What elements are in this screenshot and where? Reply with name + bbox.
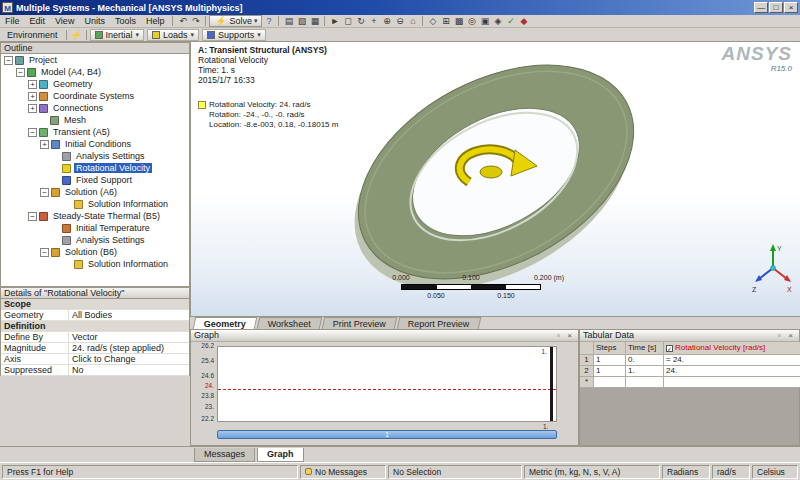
details-value[interactable]: 24. rad/s (step applied) bbox=[69, 343, 189, 353]
row-number[interactable]: * bbox=[580, 377, 594, 388]
pin-icon[interactable]: ▫ bbox=[553, 330, 564, 341]
solve-button[interactable]: ⚡ Solve ▾ bbox=[209, 15, 262, 27]
cell-steps[interactable] bbox=[594, 377, 626, 388]
close-icon[interactable]: × bbox=[564, 330, 575, 341]
time-slider[interactable]: 1 bbox=[217, 430, 557, 439]
cell-time[interactable] bbox=[626, 377, 664, 388]
details-value[interactable]: No bbox=[69, 365, 189, 375]
expand-icon[interactable] bbox=[40, 140, 49, 149]
tree-item-rotational-velocity[interactable]: Rotational Velocity bbox=[1, 162, 189, 174]
expand-icon[interactable] bbox=[28, 80, 37, 89]
rotate-view-icon[interactable]: ↻ bbox=[354, 15, 367, 27]
tree-item-project[interactable]: Project bbox=[1, 54, 189, 66]
collapse-icon[interactable] bbox=[40, 248, 49, 257]
open-icon[interactable]: ▧ bbox=[295, 15, 308, 27]
tree-item-fixed-support[interactable]: Fixed Support bbox=[1, 174, 189, 186]
zoom-out-icon[interactable]: ⊖ bbox=[393, 15, 406, 27]
loads-button[interactable]: Loads ▾ bbox=[147, 29, 199, 41]
lightning-icon[interactable]: ⚡ bbox=[70, 29, 83, 41]
details-value[interactable]: Vector bbox=[69, 332, 189, 342]
details-value[interactable]: Click to Change bbox=[69, 354, 189, 364]
cell-value[interactable] bbox=[664, 377, 800, 388]
tab-messages[interactable]: Messages bbox=[194, 448, 255, 462]
close-icon[interactable]: × bbox=[785, 330, 796, 341]
marker-icon[interactable]: ◆ bbox=[517, 15, 530, 27]
column-rotational-velocity[interactable]: ✓ Rotational Velocity [rad/s] bbox=[664, 342, 800, 355]
close-button[interactable]: × bbox=[784, 2, 798, 13]
pin-icon[interactable]: ▫ bbox=[774, 330, 785, 341]
tree-item-connections[interactable]: Connections bbox=[1, 102, 189, 114]
tree-item-analysis-settings[interactable]: Analysis Settings bbox=[1, 150, 189, 162]
tree-item-solution-b6[interactable]: Solution (B6) bbox=[1, 246, 189, 258]
tree-item-coordinate-systems[interactable]: Coordinate Systems bbox=[1, 90, 189, 102]
details-value[interactable]: All Bodies bbox=[69, 310, 189, 320]
tree-item-mesh[interactable]: Mesh bbox=[1, 114, 189, 126]
wireframe-icon[interactable]: ◇ bbox=[426, 15, 439, 27]
tree-item-transient[interactable]: Transient (A5) bbox=[1, 126, 189, 138]
cell-steps[interactable]: 1 bbox=[594, 366, 626, 377]
tree-item-geometry[interactable]: Geometry bbox=[1, 78, 189, 90]
label-icon[interactable]: ◈ bbox=[491, 15, 504, 27]
redo-icon[interactable]: ↷ bbox=[189, 15, 202, 27]
cell-time[interactable]: 0. bbox=[626, 355, 664, 366]
inertial-button[interactable]: Inertial ▾ bbox=[90, 29, 145, 41]
cell-steps[interactable]: 1 bbox=[594, 355, 626, 366]
tab-graph[interactable]: Graph bbox=[257, 448, 304, 462]
menu-units[interactable]: Units bbox=[79, 15, 110, 28]
mesh-display-icon[interactable]: ▩ bbox=[452, 15, 465, 27]
collapse-icon[interactable] bbox=[16, 68, 25, 77]
menu-view[interactable]: View bbox=[50, 15, 79, 28]
zoom-fit-icon[interactable]: ⌂ bbox=[406, 15, 419, 27]
undo-icon[interactable]: ↶ bbox=[176, 15, 189, 27]
tree-item-steady-state-thermal[interactable]: Steady-State Thermal (B5) bbox=[1, 210, 189, 222]
tree-item-analysis-settings-thermal[interactable]: Analysis Settings bbox=[1, 234, 189, 246]
checkbox-icon[interactable]: ✓ bbox=[666, 345, 673, 352]
tab-report-preview[interactable]: Report Preview bbox=[397, 317, 481, 329]
details-group-scope[interactable]: Scope bbox=[1, 299, 189, 310]
cell-value[interactable]: = 24. bbox=[664, 355, 800, 366]
grid-icon[interactable]: ⊞ bbox=[439, 15, 452, 27]
box-select-icon[interactable]: ◻ bbox=[341, 15, 354, 27]
help-icon[interactable]: ? bbox=[262, 15, 275, 27]
expand-icon[interactable] bbox=[28, 92, 37, 101]
snapshot-icon[interactable]: ▣ bbox=[478, 15, 491, 27]
cell-time[interactable]: 1. bbox=[626, 366, 664, 377]
tree-item-initial-conditions[interactable]: Initial Conditions bbox=[1, 138, 189, 150]
menu-file[interactable]: File bbox=[0, 15, 25, 28]
maximize-button[interactable]: □ bbox=[769, 2, 783, 13]
row-number[interactable]: 2 bbox=[580, 366, 594, 377]
select-pointer-icon[interactable]: ► bbox=[328, 15, 341, 27]
minimize-button[interactable]: — bbox=[754, 2, 768, 13]
tree-item-initial-temperature[interactable]: Initial Temperature bbox=[1, 222, 189, 234]
orientation-triad[interactable]: Y X Z bbox=[751, 242, 795, 294]
zoom-in-icon[interactable]: ⊕ bbox=[380, 15, 393, 27]
supports-button[interactable]: Supports ▾ bbox=[202, 29, 266, 41]
expand-icon[interactable] bbox=[28, 104, 37, 113]
tab-print-preview[interactable]: Print Preview bbox=[322, 317, 398, 329]
collapse-icon[interactable] bbox=[4, 56, 13, 65]
details-group-definition[interactable]: Definition bbox=[1, 321, 189, 332]
tab-geometry[interactable]: Geometry bbox=[193, 317, 258, 329]
graph-plot-area[interactable]: 1. bbox=[217, 346, 557, 422]
tab-worksheet[interactable]: Worksheet bbox=[257, 317, 322, 329]
menu-tools[interactable]: Tools bbox=[110, 15, 141, 28]
tree-item-solution-information-a[interactable]: Solution Information bbox=[1, 198, 189, 210]
column-steps[interactable]: Steps bbox=[594, 342, 626, 355]
geometry-viewport[interactable]: A: Transient Structural (ANSYS) Rotation… bbox=[190, 42, 800, 316]
check-icon[interactable]: ✓ bbox=[504, 15, 517, 27]
row-number[interactable]: 1 bbox=[580, 355, 594, 366]
collapse-icon[interactable] bbox=[40, 188, 49, 197]
tree-item-solution-a6[interactable]: Solution (A6) bbox=[1, 186, 189, 198]
collapse-icon[interactable] bbox=[28, 128, 37, 137]
save-icon[interactable]: ▦ bbox=[308, 15, 321, 27]
tree-item-model[interactable]: Model (A4, B4) bbox=[1, 66, 189, 78]
menu-help[interactable]: Help bbox=[141, 15, 170, 28]
tree-item-solution-information-b[interactable]: Solution Information bbox=[1, 258, 189, 270]
target-icon[interactable]: ◎ bbox=[465, 15, 478, 27]
column-time[interactable]: Time [s] bbox=[626, 342, 664, 355]
collapse-icon[interactable] bbox=[28, 212, 37, 221]
menu-edit[interactable]: Edit bbox=[25, 15, 51, 28]
cell-value[interactable]: 24. bbox=[664, 366, 800, 377]
time-marker-line[interactable] bbox=[550, 347, 553, 421]
pan-icon[interactable]: + bbox=[367, 15, 380, 27]
